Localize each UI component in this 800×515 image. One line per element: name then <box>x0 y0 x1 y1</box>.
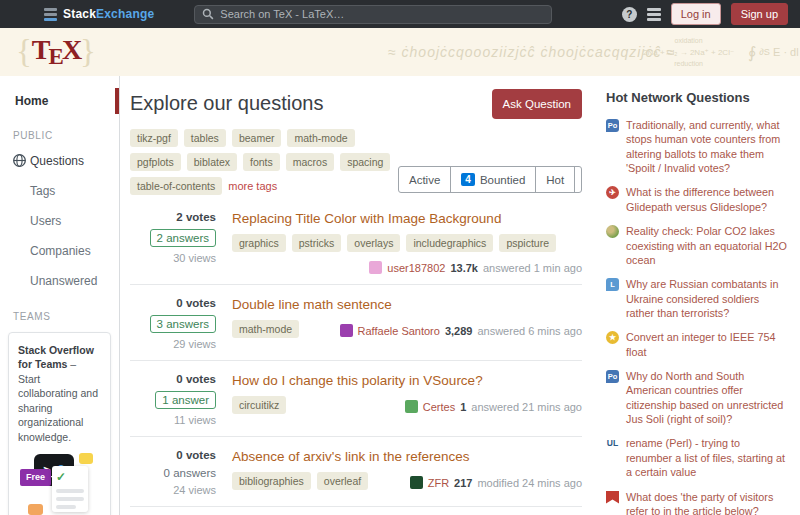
user-link[interactable]: ZFR <box>428 477 449 489</box>
hot-question: Reality check: Polar CO2 lakes coexistin… <box>606 224 788 267</box>
tag-filter[interactable]: math-mode <box>287 129 354 147</box>
question-row: 0 votes 1 answer 11 views How do I chang… <box>130 361 582 437</box>
hot-question-link[interactable]: rename (Perl) - trying to renumber a lis… <box>626 436 788 479</box>
hot-question: UL rename (Perl) - trying to renumber a … <box>606 436 788 479</box>
question-activity-time: answered 21 mins ago <box>471 401 582 413</box>
hot-question-link[interactable]: Reality check: Polar CO2 lakes coexistin… <box>626 224 788 267</box>
question-attribution: Raffaele Santoro 3,289 answered 6 mins a… <box>340 321 582 337</box>
help-icon[interactable]: ? <box>622 7 637 22</box>
law-icon: L <box>606 278 619 291</box>
question-title-link[interactable]: Double line math sentence <box>232 297 582 312</box>
tag-filter[interactable]: spacing <box>340 153 390 171</box>
filter-bar: tikz-pgf tables beamer math-mode pgfplot… <box>130 129 582 195</box>
tag-pill[interactable]: math-mode <box>232 320 299 338</box>
hot-question-link[interactable]: Convert an integer to IEEE 754 float <box>626 330 788 359</box>
hot-question-link[interactable]: Why are Russian combatants in Ukraine co… <box>626 277 788 320</box>
orange-chat-bubble-icon <box>28 504 43 515</box>
site-header: {TEX} ≈ ċhoojċcqoooziizjċĉ ċhoojċcacqqzi… <box>0 28 800 76</box>
tag-pill[interactable]: pstricks <box>292 234 342 252</box>
user-reputation: 3,289 <box>445 325 473 337</box>
user-reputation: 13.7k <box>450 262 478 274</box>
tag-filter[interactable]: tikz-pgf <box>130 129 178 147</box>
search-icon <box>202 8 214 20</box>
hot-network-questions-sidebar: Hot Network Questions Po Traditionally, … <box>594 76 800 515</box>
tag-filter[interactable]: beamer <box>232 129 282 147</box>
sidebar-item-home[interactable]: Home <box>0 87 119 115</box>
logo-stack-text: Stack <box>63 7 96 21</box>
tag-filter[interactable]: table-of-contents <box>130 177 222 195</box>
tag-filter[interactable]: fonts <box>243 153 280 171</box>
topbar-actions: ? Log in Sign up <box>622 3 788 25</box>
hot-question: ★ Convert an integer to IEEE 754 float <box>606 330 788 359</box>
hot-question-link[interactable]: What is the difference between Glidepath… <box>626 185 788 214</box>
hot-question-link[interactable]: Why do North and South American countrie… <box>626 369 788 426</box>
green-check-icon: ✓ <box>56 470 66 484</box>
free-badge: Free <box>20 469 51 485</box>
stackexchange-logo[interactable]: StackExchange <box>44 7 154 21</box>
filter-tab-week[interactable]: Week <box>574 167 582 192</box>
home-label: Home <box>15 94 48 108</box>
question-activity-time: answered 6 mins ago <box>477 325 582 337</box>
sidebar-section-teams: TEAMS <box>0 296 119 327</box>
hot-question: ✈ What is the difference between Glidepa… <box>606 185 788 214</box>
view-count: 11 views <box>130 414 216 426</box>
login-button[interactable]: Log in <box>671 3 721 25</box>
logo-brace-close: } <box>80 33 96 69</box>
active-nav-accent-bar <box>115 88 119 114</box>
tag-pill[interactable]: graphics <box>232 234 286 252</box>
filter-tab-bountied[interactable]: 4Bountied <box>450 167 535 192</box>
view-count: 24 views <box>130 484 216 496</box>
question-title-link[interactable]: How do I change this polarity in VSource… <box>232 373 582 388</box>
tag-pill[interactable]: circuitikz <box>232 396 286 414</box>
user-link[interactable]: Certes <box>423 401 455 413</box>
hot-question-link[interactable]: Traditionally, and currently, what stops… <box>626 118 788 175</box>
sidebar-item-users[interactable]: Users <box>0 206 119 236</box>
question-attribution: Certes 1 answered 21 mins ago <box>405 397 582 413</box>
tag-pill[interactable]: includegraphics <box>406 234 493 252</box>
logo-letter-t: T <box>32 34 49 65</box>
hot-question: Po Why do North and South American count… <box>606 369 788 426</box>
hot-question-link[interactable]: What does 'the party of visitors refer t… <box>626 490 788 515</box>
question-title-link[interactable]: Absence of arxiv's link in the reference… <box>232 449 582 464</box>
teams-promo-text: Stack Overflow for Teams – Start collabo… <box>18 343 101 444</box>
tag-filter[interactable]: biblatex <box>187 153 237 171</box>
tag-filter[interactable]: pgfplots <box>130 153 181 171</box>
stackexchange-layers-icon <box>44 8 57 21</box>
popular-tags: tikz-pgf tables beamer math-mode pgfplot… <box>130 129 398 195</box>
signup-button[interactable]: Sign up <box>731 3 788 25</box>
user-link[interactable]: Raffaele Santoro <box>358 325 440 337</box>
view-count: 29 views <box>130 338 216 350</box>
sidebar-item-companies[interactable]: Companies <box>0 236 119 266</box>
hot-network-questions-title: Hot Network Questions <box>606 90 788 105</box>
answer-count: 0 answers <box>164 467 216 479</box>
hot-question: Po Traditionally, and currently, what st… <box>606 118 788 175</box>
logo-brace-open: { <box>16 33 32 69</box>
left-sidebar: Home PUBLIC Questions Tags Users Compani… <box>0 76 120 515</box>
sidebar-item-questions[interactable]: Questions <box>0 146 119 176</box>
question-title-link[interactable]: Replacing Title Color with Image Backgro… <box>232 211 582 226</box>
search-input[interactable] <box>220 8 544 20</box>
question-stats: 0 votes 0 answers 24 views <box>130 449 216 496</box>
sidebar-item-tags[interactable]: Tags <box>0 176 119 206</box>
tag-pill[interactable]: overlays <box>347 234 400 252</box>
tag-pill[interactable]: overleaf <box>317 472 368 490</box>
filter-tab-hot[interactable]: Hot <box>535 167 574 192</box>
tag-filter[interactable]: tables <box>184 129 226 147</box>
politics-icon: Po <box>606 119 619 132</box>
search-box[interactable] <box>194 5 552 24</box>
question-filter-tabs: Active 4Bountied Hot Week Month <box>398 166 582 193</box>
header-watermark-integral: ∮∂S E · dl = − ∂ΦB,S∂t <box>748 41 800 64</box>
site-switcher-icon[interactable] <box>647 8 661 21</box>
tex-site-logo[interactable]: {TEX} <box>16 33 96 70</box>
avatar <box>340 324 353 337</box>
tag-filter[interactable]: macros <box>286 153 334 171</box>
tag-pill[interactable]: bibliographies <box>232 472 311 490</box>
ask-question-button[interactable]: Ask Question <box>492 89 582 119</box>
filter-tab-active[interactable]: Active <box>399 167 450 192</box>
globe-icon <box>12 153 27 168</box>
tag-pill[interactable]: pspicture <box>499 234 556 252</box>
question-row: 2 votes 2 answers 30 views Replacing Tit… <box>130 199 582 285</box>
sidebar-item-unanswered[interactable]: Unanswered <box>0 266 119 296</box>
user-link[interactable]: user187802 <box>387 262 445 274</box>
more-tags-link[interactable]: more tags <box>228 180 277 192</box>
